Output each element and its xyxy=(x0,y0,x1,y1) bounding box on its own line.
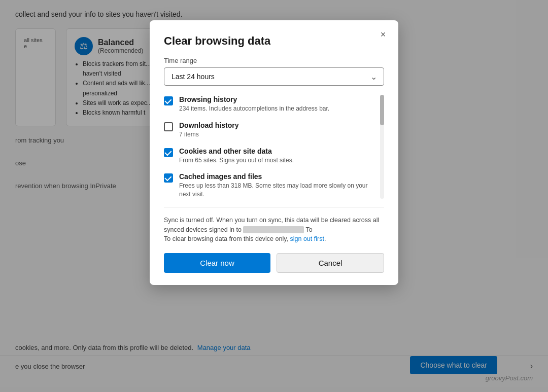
cookies-checkbox[interactable] xyxy=(164,148,173,157)
email-blur xyxy=(243,226,304,233)
download-history-item: Download history 7 items xyxy=(164,121,372,139)
time-range-select[interactable]: Last hour Last 24 hours Last 7 days Last… xyxy=(164,67,384,86)
cached-images-checkbox[interactable] xyxy=(164,173,173,183)
sync-notice: Sync is turned off. When you turn on syn… xyxy=(164,216,384,244)
sync-to-text: To xyxy=(306,226,313,233)
download-history-label: Download history xyxy=(179,121,238,129)
cancel-button[interactable]: Cancel xyxy=(277,253,384,273)
divider xyxy=(164,207,384,207)
cached-images-label: Cached images and files xyxy=(179,172,372,181)
cached-images-text: Cached images and files Frees up less th… xyxy=(179,172,372,199)
cached-images-item: Cached images and files Frees up less th… xyxy=(164,172,372,199)
browsing-history-item: Browsing history 234 items. Includes aut… xyxy=(164,95,372,113)
items-list: Browsing history 234 items. Includes aut… xyxy=(164,95,378,199)
cookies-label: Cookies and other site data xyxy=(179,147,294,155)
items-container: Browsing history 234 items. Includes aut… xyxy=(164,95,384,199)
browsing-history-label: Browsing history xyxy=(179,95,329,103)
sign-out-period: . xyxy=(324,235,326,242)
sync-notice-text-2: To clear browsing data from this device … xyxy=(164,235,288,242)
cookies-item: Cookies and other site data From 65 site… xyxy=(164,147,372,165)
download-history-text: Download history 7 items xyxy=(179,121,238,139)
browsing-history-text: Browsing history 234 items. Includes aut… xyxy=(179,95,329,113)
browsing-history-checkbox[interactable] xyxy=(164,96,173,105)
sign-out-first-link[interactable]: sign out first xyxy=(290,235,324,242)
time-range-wrapper: Last hour Last 24 hours Last 7 days Last… xyxy=(164,67,384,86)
time-range-label: Time range xyxy=(164,57,384,64)
download-history-description: 7 items xyxy=(179,130,238,139)
browsing-history-description: 234 items. Includes autocompletions in t… xyxy=(179,104,329,113)
clear-browsing-data-modal: × Clear browsing data Time range Last ho… xyxy=(150,20,398,285)
clear-now-button[interactable]: Clear now xyxy=(164,253,270,273)
cookies-description: From 65 sites. Signs you out of most sit… xyxy=(179,156,294,165)
modal-overlay: × Clear browsing data Time range Last ho… xyxy=(0,0,548,392)
modal-title: Clear browsing data xyxy=(164,34,384,48)
scrollbar-thumb[interactable] xyxy=(380,95,384,125)
close-button[interactable]: × xyxy=(376,27,390,42)
cached-images-description: Frees up less than 318 MB. Some sites ma… xyxy=(179,182,372,199)
modal-buttons: Clear now Cancel xyxy=(164,253,384,273)
scrollbar-track xyxy=(380,95,384,199)
download-history-checkbox[interactable] xyxy=(164,122,173,131)
cookies-text: Cookies and other site data From 65 site… xyxy=(179,147,294,165)
